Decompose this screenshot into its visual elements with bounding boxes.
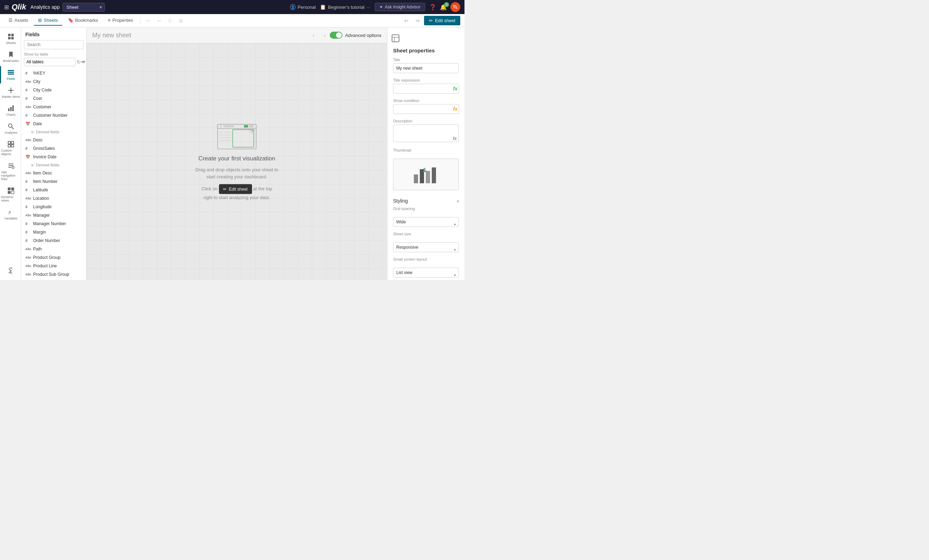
- field-name: %KEY: [33, 71, 45, 76]
- undo-arrow-btn[interactable]: ↩: [402, 17, 411, 25]
- more-dots[interactable]: ···: [367, 5, 371, 10]
- field-item[interactable]: AbcItem Desc: [21, 169, 86, 177]
- prev-sheet-btn[interactable]: ‹: [309, 30, 319, 40]
- tab-sheets[interactable]: ⊞ Sheets: [34, 15, 62, 26]
- app-nav-icon: [8, 162, 14, 169]
- show-condition-input[interactable]: [393, 104, 459, 114]
- toolbar: ☰ Assets ⊞ Sheets 🔖 Bookmarks ≡ Properti…: [0, 14, 464, 28]
- undo-btn[interactable]: ↩: [155, 17, 164, 25]
- toggle-knob: [336, 32, 342, 38]
- sidebar-item-sheets[interactable]: Sheets: [0, 30, 21, 47]
- tutorial-section[interactable]: 📋 Beginner's tutorial ···: [320, 4, 371, 10]
- notification-bell[interactable]: 🔔 3: [440, 4, 447, 11]
- field-item[interactable]: #Customer Number: [21, 111, 86, 119]
- app-grid-icon[interactable]: ⊞: [4, 4, 9, 11]
- field-item[interactable]: AbcLocation: [21, 194, 86, 203]
- field-item[interactable]: AbcCity: [21, 77, 86, 86]
- field-item[interactable]: #City Code: [21, 86, 86, 94]
- title-expression-label: Title expression: [393, 78, 459, 82]
- field-name: Product Sub Group: [33, 272, 69, 277]
- sidebar-collapse-btn[interactable]: [0, 265, 21, 277]
- sheet-size-select[interactable]: ResponsiveCustomWindow: [393, 242, 459, 252]
- title-expression-fx-btn[interactable]: fx: [453, 86, 457, 92]
- grid-spacing-label: Grid spacing: [393, 207, 459, 211]
- field-item[interactable]: #GrossSales: [21, 144, 86, 153]
- derived-fields-item[interactable]: ⊞ Derived fields: [21, 128, 86, 136]
- tab-bookmarks[interactable]: 🔖 Bookmarks: [64, 15, 103, 26]
- fields-sidebar-icon: [8, 69, 14, 76]
- sheet-selector-wrap[interactable]: Sheet: [63, 3, 105, 12]
- grid-spacing-select[interactable]: WideMediumNarrow: [393, 217, 459, 227]
- field-item[interactable]: #Order Number: [21, 236, 86, 245]
- copy-btn[interactable]: ⎘: [166, 17, 174, 25]
- field-item[interactable]: 📅Date: [21, 119, 86, 128]
- field-item[interactable]: #Margin: [21, 228, 86, 236]
- abc-icon: Abc: [25, 138, 31, 142]
- custom-objects-label: Custom objects: [1, 149, 21, 156]
- small-screen-select[interactable]: List viewTiled view: [393, 268, 459, 277]
- sidebar-item-app-nav[interactable]: App navigation links: [0, 159, 21, 184]
- tab-assets[interactable]: ☰ Assets: [4, 15, 32, 26]
- sidebar-item-custom[interactable]: Custom objects: [0, 138, 21, 159]
- svg-rect-3: [11, 37, 14, 40]
- refresh-btn[interactable]: ↻: [77, 59, 81, 65]
- sidebar-item-fields[interactable]: Fields: [0, 66, 21, 83]
- field-item[interactable]: AbcManager: [21, 211, 86, 219]
- edit-sheet-btn[interactable]: ✏ Edit sheet: [424, 16, 460, 25]
- field-item[interactable]: 📅Invoice Date: [21, 153, 86, 161]
- insight-advisor-btn[interactable]: ✦ Ask Insight Advisor: [375, 3, 425, 11]
- svg-rect-20: [11, 145, 14, 147]
- sidebar-item-master-items[interactable]: Master items: [0, 84, 21, 101]
- svg-rect-0: [8, 34, 11, 36]
- tab-properties[interactable]: ≡ Properties: [104, 15, 138, 26]
- field-item[interactable]: AbcProduct Type: [21, 278, 86, 280]
- sidebar-item-bookmarks[interactable]: Bookmarks: [0, 48, 21, 66]
- field-item[interactable]: #Latitude: [21, 186, 86, 194]
- field-item[interactable]: AbcProduct Line: [21, 262, 86, 270]
- hash-icon: #: [25, 205, 31, 209]
- help-icon[interactable]: ❓: [429, 4, 436, 11]
- field-item[interactable]: AbcProduct Group: [21, 253, 86, 262]
- add-field-btn[interactable]: +: [82, 59, 86, 65]
- insight-label: Ask Insight Advisor: [385, 5, 420, 9]
- sidebar-item-charts[interactable]: Charts: [0, 102, 21, 119]
- field-item[interactable]: #Cost: [21, 94, 86, 103]
- table-select[interactable]: All tables: [24, 58, 75, 66]
- next-sheet-btn[interactable]: ›: [320, 30, 330, 40]
- field-item[interactable]: AbcPath: [21, 245, 86, 253]
- field-item[interactable]: #Manager Number: [21, 219, 86, 228]
- field-item[interactable]: #Item Number: [21, 177, 86, 186]
- show-condition-fx-btn[interactable]: fx: [453, 106, 457, 112]
- delete-btn[interactable]: 🗑: [176, 17, 186, 25]
- cut-btn[interactable]: ✂: [143, 17, 153, 25]
- top-bar: ⊞ Qlik Analytics app Sheet 👤 Personal 📋 …: [0, 0, 464, 14]
- sidebar-item-dynamic-views[interactable]: Dynamic views: [0, 184, 21, 205]
- field-item[interactable]: AbcDesc: [21, 136, 86, 144]
- sidebar-item-variables[interactable]: x Variables: [0, 206, 21, 223]
- sheet-selector[interactable]: Sheet: [63, 3, 105, 12]
- abc-icon: Abc: [25, 105, 31, 109]
- derived-fields-item[interactable]: ⊞ Derived fields: [21, 161, 86, 169]
- field-item[interactable]: AbcCustomer: [21, 103, 86, 111]
- insight-star-icon: ✦: [379, 5, 383, 9]
- title-input[interactable]: [393, 63, 459, 73]
- description-fx-btn[interactable]: fx: [452, 136, 457, 141]
- title-expression-input[interactable]: [393, 84, 459, 93]
- fields-search-input[interactable]: [24, 40, 83, 49]
- advanced-options-label: Advanced options: [345, 33, 382, 38]
- advanced-options-toggle[interactable]: [330, 32, 342, 39]
- field-item[interactable]: #Longitude: [21, 203, 86, 211]
- fields-panel: Fields Show by table All tables ↻ + #%KE…: [21, 28, 87, 280]
- sidebar-item-analyses[interactable]: Analyses: [0, 120, 21, 137]
- thumbnail-area[interactable]: ⊞: [393, 159, 459, 190]
- thumbnail-chart-svg: ⊞: [412, 164, 440, 185]
- styling-header[interactable]: Styling ›: [388, 195, 464, 207]
- field-item[interactable]: #%KEY: [21, 69, 86, 77]
- field-item[interactable]: AbcProduct Sub Group: [21, 270, 86, 278]
- user-avatar[interactable]: TL: [451, 2, 460, 12]
- edit-pencil-inline-icon: ✏: [223, 186, 227, 193]
- edit-sheet-inline-btn[interactable]: ✏ Edit sheet: [219, 184, 251, 194]
- personal-section[interactable]: 👤 Personal: [290, 4, 316, 10]
- description-textarea[interactable]: [393, 124, 459, 142]
- redo-arrow-btn[interactable]: ↪: [413, 17, 423, 25]
